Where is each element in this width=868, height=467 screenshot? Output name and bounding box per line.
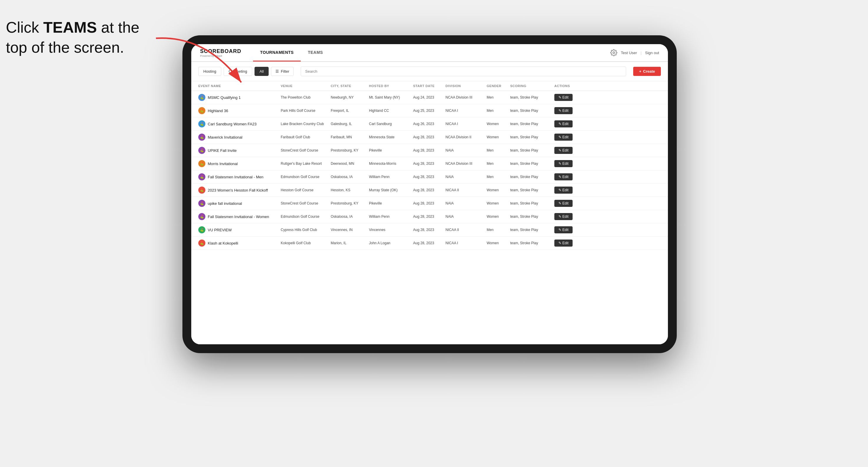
event-name: VU PREVIEW [208, 228, 232, 232]
venue-cell: Kokopelli Golf Club [281, 241, 331, 245]
edit-button[interactable]: ✎ Edit [554, 107, 572, 114]
col-event-name: EVENT NAME [198, 84, 281, 88]
competing-filter-btn[interactable]: Competing [224, 67, 252, 76]
actions-cell: ✎ Edit [554, 173, 581, 180]
edit-button[interactable]: ✎ Edit [554, 120, 572, 127]
search-input[interactable] [301, 66, 626, 76]
scoring-cell: team, Stroke Play [510, 188, 554, 192]
event-icon: ⛳ [198, 173, 206, 180]
date-cell: Aug 28, 2023 [413, 188, 445, 192]
date-cell: Aug 28, 2023 [413, 228, 445, 232]
division-cell: NCAA Division III [445, 95, 487, 99]
filter-btn[interactable]: ☰ Filter [271, 67, 293, 76]
hosted-by-cell: John A Logan [369, 241, 413, 245]
edit-button[interactable]: ✎ Edit [554, 147, 572, 154]
actions-cell: ✎ Edit [554, 160, 581, 167]
event-name: MSMC Qualifying 1 [208, 95, 241, 100]
city-cell: Galesburg, IL [331, 122, 369, 126]
content-area: Hosting Competing All ☰ Filter + Create [191, 62, 668, 344]
event-name: Maverick Invitational [208, 135, 243, 139]
gender-cell: Men [487, 148, 510, 152]
table-row: ⛳ Fall Statesmen Invitational - Men Edmu… [191, 170, 668, 184]
hosted-by-cell: Carl Sandburg [369, 122, 413, 126]
date-cell: Aug 28, 2023 [413, 148, 445, 152]
edit-button[interactable]: ✎ Edit [554, 226, 572, 234]
edit-button[interactable]: ✎ Edit [554, 160, 572, 167]
gear-icon[interactable] [610, 49, 617, 56]
gender-cell: Women [487, 215, 510, 219]
gender-cell: Men [487, 175, 510, 179]
table-row: ⛳ VU PREVIEW Cypress Hills Golf Club Vin… [191, 223, 668, 237]
create-button[interactable]: + Create [633, 67, 661, 76]
hosted-by-cell: Minnesota State [369, 135, 413, 139]
scoring-cell: team, Stroke Play [510, 241, 554, 245]
event-name: Klash at Kokopelli [208, 241, 238, 245]
city-cell: Freeport, IL [331, 108, 369, 113]
col-division: DIVISION [445, 84, 487, 88]
scoring-cell: team, Stroke Play [510, 228, 554, 232]
city-cell: Deerwood, MN [331, 161, 369, 166]
nav-tab-tournaments[interactable]: TOURNAMENTS [253, 44, 301, 62]
venue-cell: Faribault Golf Club [281, 135, 331, 139]
actions-cell: ✎ Edit [554, 120, 581, 127]
edit-button[interactable]: ✎ Edit [554, 173, 572, 180]
date-cell: Aug 28, 2023 [413, 175, 445, 179]
gender-cell: Women [487, 201, 510, 206]
scoring-cell: team, Stroke Play [510, 95, 554, 99]
event-name: Fall Statesmen Invitational - Men [208, 175, 264, 179]
gender-cell: Men [487, 95, 510, 99]
tournament-table: EVENT NAME VENUE CITY, STATE HOSTED BY S… [191, 81, 668, 250]
nav-user: Test User [621, 51, 637, 55]
gender-cell: Women [487, 135, 510, 139]
col-venue: VENUE [281, 84, 331, 88]
scoring-cell: team, Stroke Play [510, 108, 554, 113]
hosted-by-cell: Vincennes [369, 228, 413, 232]
event-name: UPIKE Fall Invite [208, 148, 237, 153]
scoring-cell: team, Stroke Play [510, 148, 554, 152]
venue-cell: Edmundson Golf Course [281, 215, 331, 219]
city-cell: Oskaloosa, IA [331, 215, 369, 219]
event-name-cell: ⛳ Highland 36 [198, 107, 281, 114]
event-icon: ⛳ [198, 240, 206, 247]
toolbar: Hosting Competing All ☰ Filter + Create [191, 62, 668, 81]
nav-tab-teams[interactable]: TEAMS [301, 44, 330, 62]
edit-button[interactable]: ✎ Edit [554, 133, 572, 141]
event-name: 2023 Women's Hesston Fall Kickoff [208, 188, 268, 192]
nav-right: Test User | Sign out [610, 49, 659, 56]
city-cell: Vincennes, IN [331, 228, 369, 232]
event-icon: ⛳ [198, 107, 206, 114]
col-actions: ACTIONS [554, 84, 581, 88]
city-cell: Newburgh, NY [331, 95, 369, 99]
col-gender: GENDER [487, 84, 510, 88]
event-name-cell: ⛳ MSMC Qualifying 1 [198, 94, 281, 101]
division-cell: NCAA Division II [445, 135, 487, 139]
division-cell: NICAA II [445, 188, 487, 192]
edit-button[interactable]: ✎ Edit [554, 200, 572, 207]
event-icon: ⛳ [198, 133, 206, 141]
col-scoring: SCORING [510, 84, 554, 88]
edit-button[interactable]: ✎ Edit [554, 240, 572, 247]
tablet-frame: SCOREBOARD Powered by Clippit TOURNAMENT… [182, 35, 677, 353]
event-icon: ⛳ [198, 120, 206, 127]
edit-button[interactable]: ✎ Edit [554, 213, 572, 220]
event-name: Fall Statesmen Invitational - Women [208, 215, 269, 219]
col-city-state: CITY, STATE [331, 84, 369, 88]
division-cell: NAIA [445, 175, 487, 179]
nav-signout[interactable]: Sign out [645, 51, 659, 55]
venue-cell: Lake Bracken Country Club [281, 122, 331, 126]
date-cell: Aug 28, 2023 [413, 135, 445, 139]
edit-button[interactable]: ✎ Edit [554, 94, 572, 101]
venue-cell: Ruttger's Bay Lake Resort [281, 161, 331, 166]
hosted-by-cell: Pikeville [369, 201, 413, 206]
venue-cell: Park Hills Golf Course [281, 108, 331, 113]
hosting-filter-btn[interactable]: Hosting [198, 67, 221, 76]
division-cell: NAIA [445, 215, 487, 219]
edit-button[interactable]: ✎ Edit [554, 187, 572, 194]
all-filter-btn[interactable]: All [254, 67, 269, 76]
hosted-by-cell: Highland CC [369, 108, 413, 113]
table-row: ⛳ Carl Sandburg Women FA23 Lake Bracken … [191, 117, 668, 131]
city-cell: Prestonsburg, KY [331, 148, 369, 152]
division-cell: NICAA II [445, 228, 487, 232]
city-cell: Faribault, MN [331, 135, 369, 139]
date-cell: Aug 28, 2023 [413, 215, 445, 219]
